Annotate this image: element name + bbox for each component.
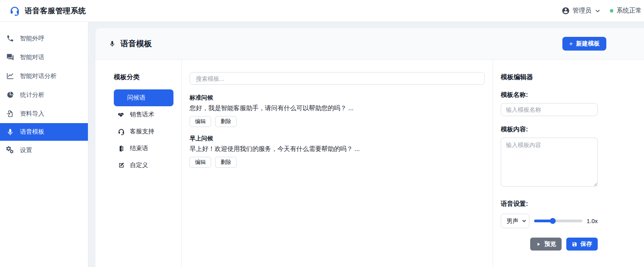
headset-icon <box>118 128 125 135</box>
speed-value: 1.0x <box>587 218 598 224</box>
category-item-greeting[interactable]: 问候语 <box>114 89 173 106</box>
category-label: 自定义 <box>130 161 148 169</box>
template-editor-panel: 模板编辑器 模板名称: 模板内容: 语音设置: 男声 <box>493 60 644 267</box>
template-categories-panel: 模板分类 问候语 销售话术 <box>95 60 182 267</box>
template-name-label: 模板名称: <box>501 91 598 99</box>
save-button[interactable]: 保存 <box>566 238 598 251</box>
sidebar-item-voice-templates[interactable]: 语音模板 <box>0 123 88 141</box>
sidebar-item-dialog-analysis[interactable]: 智能对话分析 <box>0 67 88 85</box>
app-title: 语音客服管理系统 <box>25 6 86 16</box>
user-name: 管理员 <box>573 7 591 15</box>
delete-button[interactable]: 删除 <box>215 157 237 168</box>
template-preview: 您好，我是智能客服助手，请问有什么可以帮助您的吗？ ... <box>190 104 485 113</box>
gears-icon <box>6 146 14 154</box>
slider-thumb[interactable] <box>550 218 556 224</box>
category-item-sales[interactable]: 销售话术 <box>114 106 174 123</box>
sidebar-item-statistics[interactable]: 统计分析 <box>0 85 88 104</box>
sidebar-item-smart-dialog[interactable]: 智能对话 <box>0 48 88 67</box>
category-item-closing[interactable]: 结束语 <box>114 140 174 157</box>
sidebar-item-outbound-call[interactable]: 智能外呼 <box>0 29 88 48</box>
sidebar-item-label: 智能对话 <box>20 53 44 62</box>
chevron-down-icon <box>594 7 601 15</box>
pie-chart-icon <box>6 91 14 99</box>
category-label: 销售话术 <box>130 111 154 119</box>
file-import-icon <box>6 110 14 118</box>
system-status: 系统正常 <box>610 7 642 15</box>
template-content-textarea[interactable] <box>501 138 598 187</box>
voice-settings-label: 语音设置: <box>501 200 598 208</box>
template-list-item: 标准问候 您好，我是智能客服助手，请问有什么可以帮助您的吗？ ... 编辑 删除 <box>190 94 485 127</box>
brand: 语音客服管理系统 <box>9 5 86 16</box>
preview-button[interactable]: 预览 <box>530 238 562 251</box>
template-content-label: 模板内容: <box>501 125 598 134</box>
phone-icon <box>6 35 14 42</box>
sidebar-item-settings[interactable]: 设置 <box>0 141 88 160</box>
line-chart-icon <box>6 72 14 80</box>
template-title: 早上问候 <box>190 135 485 142</box>
edit-pen-icon <box>118 162 125 169</box>
app-header: 语音客服管理系统 管理员 系统正常 <box>0 0 644 22</box>
sidebar-item-label: 资料导入 <box>20 110 44 118</box>
voice-template-panel: 语音模板 + 新建模板 模板分类 问候语 <box>95 28 644 267</box>
user-menu[interactable]: 管理员 <box>562 7 601 15</box>
sidebar-item-label: 智能外呼 <box>20 35 44 43</box>
save-icon <box>572 242 577 247</box>
editor-heading: 模板编辑器 <box>501 73 598 82</box>
search-input[interactable] <box>190 72 485 85</box>
headset-logo-icon <box>9 5 20 16</box>
edit-button[interactable]: 编辑 <box>190 157 211 168</box>
panel-header: 语音模板 + 新建模板 <box>95 28 644 60</box>
door-exit-icon <box>118 145 125 152</box>
template-name-input[interactable] <box>501 103 598 116</box>
sidebar-item-label: 智能对话分析 <box>20 72 57 80</box>
page-title: 语音模板 <box>120 38 152 49</box>
status-dot-icon <box>610 9 613 13</box>
speed-slider[interactable] <box>534 218 582 224</box>
main-content: 语音模板 + 新建模板 模板分类 问候语 <box>88 22 644 267</box>
sidebar-item-label: 语音模板 <box>20 128 44 136</box>
category-item-support[interactable]: 客服支持 <box>114 123 174 140</box>
category-label: 客服支持 <box>130 127 154 136</box>
status-label: 系统正常 <box>617 7 642 15</box>
sidebar-item-label: 统计分析 <box>20 91 44 99</box>
sidebar: 智能外呼 智能对话 智能对话分析 统计分析 资料导入 <box>0 22 88 267</box>
new-template-button[interactable]: + 新建模板 <box>562 37 606 51</box>
template-title: 标准问候 <box>190 94 485 102</box>
template-list-item: 早上问候 早上好！欢迎使用我们的服务，今天有什么需要帮助的吗？ ... 编辑 删… <box>190 135 485 168</box>
voice-type-select[interactable]: 男声 <box>501 214 529 228</box>
microphone-icon <box>109 40 116 47</box>
user-avatar-icon <box>562 7 570 15</box>
play-icon <box>536 242 541 247</box>
category-item-custom[interactable]: 自定义 <box>114 157 174 174</box>
microphone-icon <box>6 128 14 136</box>
delete-button[interactable]: 删除 <box>215 116 237 127</box>
sidebar-item-data-import[interactable]: 资料导入 <box>0 104 88 123</box>
plus-icon: + <box>569 40 573 47</box>
categories-heading: 模板分类 <box>114 73 174 82</box>
edit-button[interactable]: 编辑 <box>190 116 211 127</box>
handshake-icon <box>118 111 125 118</box>
category-label: 结束语 <box>130 144 148 153</box>
template-list-panel: 标准问候 您好，我是智能客服助手，请问有什么可以帮助您的吗？ ... 编辑 删除… <box>182 60 493 267</box>
sidebar-item-label: 设置 <box>20 146 32 154</box>
template-preview: 早上好！欢迎使用我们的服务，今天有什么需要帮助的吗？ ... <box>190 145 485 153</box>
category-label: 问候语 <box>127 94 146 102</box>
chat-bubbles-icon <box>6 53 14 61</box>
